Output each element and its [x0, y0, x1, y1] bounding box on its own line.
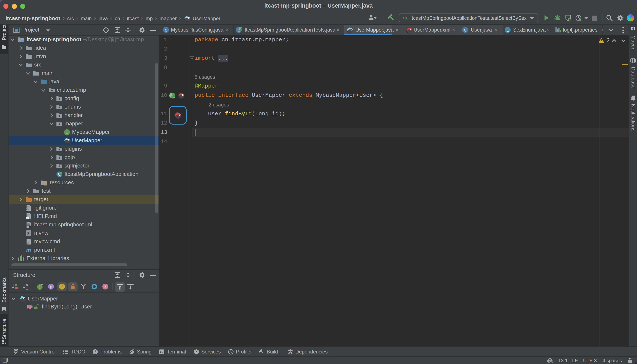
svg-text:I: I [66, 130, 68, 134]
svg-text:MD: MD [26, 217, 29, 219]
svg-text:C: C [464, 28, 466, 33]
svg-text:c: c [172, 94, 173, 98]
svg-text:E: E [506, 28, 509, 33]
svg-text:I: I [39, 285, 41, 289]
svg-text:z: z [26, 286, 28, 290]
svg-text:m: m [29, 305, 31, 309]
svg-text:λ: λ [104, 284, 106, 289]
svg-text:a: a [26, 283, 28, 287]
svg-text:m: m [26, 246, 31, 253]
svg-text:C: C [164, 28, 167, 33]
svg-text:p: p [50, 284, 52, 289]
svg-text:f: f [61, 284, 63, 289]
